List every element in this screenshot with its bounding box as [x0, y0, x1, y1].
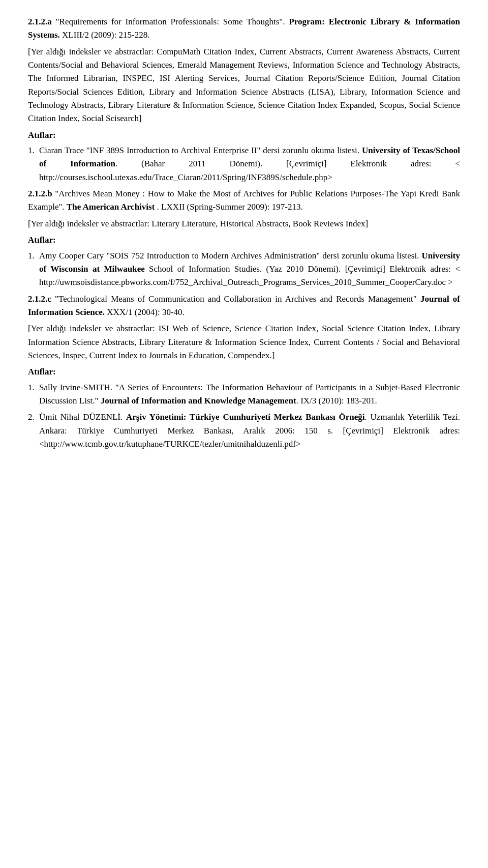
section-212b-heading-line: 2.1.2.b "Archives Mean Money : How to Ma… [28, 187, 460, 214]
section-212c-index: [Yer aldığı indeksler ve abstractlar: IS… [28, 322, 460, 362]
citation-212a-1-text: Ciaran Trace "INF 389S Introduction to A… [39, 144, 460, 184]
citation-212b-1-text: Amy Cooper Cary "SOIS 752 Introduction t… [39, 249, 460, 290]
atiflar-3-label: Atıflar: [28, 365, 460, 379]
citation-212c-1: 1. Sally Irvine-SMITH. "A Series of Enco… [28, 381, 460, 408]
citation-212b-1-num: 1. [28, 249, 36, 290]
citation-212a-1-bold: University of Texas/School of Informatio… [39, 146, 460, 168]
section-212a-heading-line: 2.1.2.a "Requirements for Information Pr… [28, 15, 460, 42]
citation-212b-1: 1. Amy Cooper Cary "SOIS 752 Introductio… [28, 249, 460, 290]
section-212c-source-rest: XXX/1 (2004): 30-40. [107, 307, 185, 317]
atiflar-1-label: Atıflar: [28, 129, 460, 142]
citation-212a-1: 1. Ciaran Trace "INF 389S Introduction t… [28, 144, 460, 184]
section-212a-number: 2.1.2.a [28, 17, 52, 26]
section-212c-number: 2.1.2.c [28, 294, 51, 304]
section-212a-source-rest: XLIII/2 (2009): 215-228. [62, 30, 149, 40]
section-212b-index: [Yer aldığı indeksler ve abstractlar: Li… [28, 217, 460, 230]
citation-212b-1-bold: University of Wisconsin at Milwaukee [39, 251, 460, 274]
citation-212c-2-num: 2. [28, 411, 36, 451]
page-content: 2.1.2.a "Requirements for Information Pr… [28, 15, 460, 451]
citation-212c-2: 2. Ümit Nihal DÜZENLİ. Arşiv Yönetimi: T… [28, 411, 460, 451]
section-212c-title: "Technological Means of Communication an… [55, 294, 420, 304]
citation-212a-1-num: 1. [28, 144, 36, 184]
section-212b-number: 2.1.2.b [28, 189, 52, 198]
section-212b-source-rest: . LXXII (Spring-Summer 2009): 197-213. [157, 202, 303, 212]
citation-212c-1-bold: Journal of Information and Knowledge Man… [101, 396, 296, 406]
citation-212c-2-text: Ümit Nihal DÜZENLİ. Arşiv Yönetimi: Türk… [39, 411, 460, 451]
citation-212c-1-num: 1. [28, 381, 36, 408]
citation-212c-2-bold: Arşiv Yönetimi: Türkiye Cumhuriyeti Merk… [126, 412, 365, 422]
section-212a-title: "Requirements for Information Profession… [56, 17, 289, 26]
section-212a-index: [Yer aldığı indeksler ve abstractlar: Co… [28, 45, 460, 126]
section-212c-heading-line: 2.1.2.c "Technological Means of Communic… [28, 293, 460, 320]
citation-212c-1-text: Sally Irvine-SMITH. "A Series of Encount… [39, 381, 460, 408]
section-212b-source-bold: The American Archivist [67, 202, 155, 212]
atiflar-2-label: Atıflar: [28, 234, 460, 247]
